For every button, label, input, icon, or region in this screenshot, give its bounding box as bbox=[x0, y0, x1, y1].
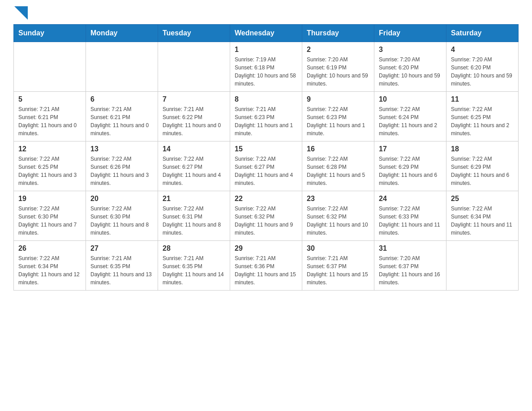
header-wednesday: Wednesday bbox=[230, 25, 302, 42]
day-number: 22 bbox=[235, 195, 297, 203]
day-info: Sunrise: 7:22 AM Sunset: 6:29 PM Dayligh… bbox=[379, 155, 442, 187]
day-info: Sunrise: 7:21 AM Sunset: 6:36 PM Dayligh… bbox=[235, 254, 297, 287]
calendar-cell-w5-d1: 26Sunrise: 7:22 AM Sunset: 6:34 PM Dayli… bbox=[14, 241, 86, 291]
calendar-cell-w4-d1: 19Sunrise: 7:22 AM Sunset: 6:30 PM Dayli… bbox=[14, 191, 86, 241]
day-number: 25 bbox=[451, 195, 514, 203]
calendar-cell-w5-d2: 27Sunrise: 7:21 AM Sunset: 6:35 PM Dayli… bbox=[86, 241, 158, 291]
day-info: Sunrise: 7:22 AM Sunset: 6:30 PM Dayligh… bbox=[18, 205, 81, 237]
day-number: 17 bbox=[379, 145, 442, 153]
day-headers-row: Sunday Monday Tuesday Wednesday Thursday… bbox=[14, 25, 519, 42]
calendar-cell-w5-d7 bbox=[446, 241, 519, 291]
header-thursday: Thursday bbox=[302, 25, 374, 42]
day-number: 10 bbox=[379, 95, 442, 103]
day-number: 2 bbox=[307, 46, 369, 54]
day-info: Sunrise: 7:22 AM Sunset: 6:27 PM Dayligh… bbox=[163, 155, 225, 187]
day-info: Sunrise: 7:21 AM Sunset: 6:35 PM Dayligh… bbox=[90, 254, 153, 287]
day-number: 4 bbox=[451, 46, 514, 54]
calendar-cell-w2-d7: 11Sunrise: 7:22 AM Sunset: 6:25 PM Dayli… bbox=[446, 92, 519, 141]
day-info: Sunrise: 7:21 AM Sunset: 6:23 PM Dayligh… bbox=[235, 105, 297, 137]
day-info: Sunrise: 7:22 AM Sunset: 6:32 PM Dayligh… bbox=[235, 205, 297, 237]
calendar-cell-w2-d1: 5Sunrise: 7:21 AM Sunset: 6:21 PM Daylig… bbox=[14, 92, 86, 141]
logo-icon bbox=[14, 6, 28, 20]
calendar-table: Sunday Monday Tuesday Wednesday Thursday… bbox=[13, 24, 519, 291]
calendar-cell-w3-d2: 13Sunrise: 7:22 AM Sunset: 6:26 PM Dayli… bbox=[86, 141, 158, 191]
calendar-cell-w2-d3: 7Sunrise: 7:21 AM Sunset: 6:22 PM Daylig… bbox=[158, 92, 230, 141]
day-info: Sunrise: 7:20 AM Sunset: 6:37 PM Dayligh… bbox=[379, 254, 442, 287]
calendar-cell-w1-d1 bbox=[14, 42, 86, 92]
week-row-4: 19Sunrise: 7:22 AM Sunset: 6:30 PM Dayli… bbox=[14, 191, 519, 241]
day-info: Sunrise: 7:22 AM Sunset: 6:23 PM Dayligh… bbox=[307, 105, 369, 137]
day-info: Sunrise: 7:22 AM Sunset: 6:30 PM Dayligh… bbox=[90, 205, 153, 237]
day-info: Sunrise: 7:22 AM Sunset: 6:24 PM Dayligh… bbox=[379, 105, 442, 137]
day-number: 26 bbox=[18, 244, 81, 253]
calendar-cell-w3-d1: 12Sunrise: 7:22 AM Sunset: 6:25 PM Dayli… bbox=[14, 141, 86, 191]
day-number: 15 bbox=[235, 145, 297, 153]
day-number: 8 bbox=[235, 95, 297, 103]
calendar-cell-w3-d3: 14Sunrise: 7:22 AM Sunset: 6:27 PM Dayli… bbox=[158, 141, 230, 191]
calendar-cell-w5-d5: 30Sunrise: 7:21 AM Sunset: 6:37 PM Dayli… bbox=[302, 241, 374, 291]
header-saturday: Saturday bbox=[446, 25, 519, 42]
day-number: 27 bbox=[90, 244, 153, 253]
day-info: Sunrise: 7:21 AM Sunset: 6:22 PM Dayligh… bbox=[163, 105, 225, 137]
calendar-cell-w1-d5: 2Sunrise: 7:20 AM Sunset: 6:19 PM Daylig… bbox=[302, 42, 374, 92]
day-number: 7 bbox=[163, 95, 225, 103]
page-header bbox=[13, 9, 519, 17]
day-info: Sunrise: 7:22 AM Sunset: 6:31 PM Dayligh… bbox=[163, 205, 225, 237]
calendar-cell-w3-d5: 16Sunrise: 7:22 AM Sunset: 6:28 PM Dayli… bbox=[302, 141, 374, 191]
calendar-cell-w4-d6: 24Sunrise: 7:22 AM Sunset: 6:33 PM Dayli… bbox=[374, 191, 446, 241]
header-sunday: Sunday bbox=[14, 25, 86, 42]
day-number: 14 bbox=[163, 145, 225, 153]
calendar-cell-w3-d6: 17Sunrise: 7:22 AM Sunset: 6:29 PM Dayli… bbox=[374, 141, 446, 191]
day-number: 23 bbox=[307, 195, 369, 203]
day-number: 16 bbox=[307, 145, 369, 153]
day-info: Sunrise: 7:21 AM Sunset: 6:21 PM Dayligh… bbox=[18, 105, 81, 137]
week-row-5: 26Sunrise: 7:22 AM Sunset: 6:34 PM Dayli… bbox=[14, 241, 519, 291]
day-number: 12 bbox=[18, 145, 81, 153]
day-info: Sunrise: 7:22 AM Sunset: 6:33 PM Dayligh… bbox=[379, 205, 442, 237]
calendar-cell-w4-d5: 23Sunrise: 7:22 AM Sunset: 6:32 PM Dayli… bbox=[302, 191, 374, 241]
logo bbox=[13, 9, 28, 17]
day-number: 31 bbox=[379, 244, 442, 253]
day-number: 20 bbox=[90, 195, 153, 203]
calendar-cell-w2-d5: 9Sunrise: 7:22 AM Sunset: 6:23 PM Daylig… bbox=[302, 92, 374, 141]
day-number: 18 bbox=[451, 145, 514, 153]
calendar-header: Sunday Monday Tuesday Wednesday Thursday… bbox=[14, 25, 519, 42]
calendar-cell-w5-d6: 31Sunrise: 7:20 AM Sunset: 6:37 PM Dayli… bbox=[374, 241, 446, 291]
calendar-cell-w2-d4: 8Sunrise: 7:21 AM Sunset: 6:23 PM Daylig… bbox=[230, 92, 302, 141]
day-info: Sunrise: 7:20 AM Sunset: 6:19 PM Dayligh… bbox=[307, 56, 369, 88]
day-info: Sunrise: 7:22 AM Sunset: 6:28 PM Dayligh… bbox=[307, 155, 369, 187]
calendar-cell-w5-d4: 29Sunrise: 7:21 AM Sunset: 6:36 PM Dayli… bbox=[230, 241, 302, 291]
week-row-3: 12Sunrise: 7:22 AM Sunset: 6:25 PM Dayli… bbox=[14, 141, 519, 191]
day-info: Sunrise: 7:22 AM Sunset: 6:25 PM Dayligh… bbox=[18, 155, 81, 187]
calendar-cell-w1-d7: 4Sunrise: 7:20 AM Sunset: 6:20 PM Daylig… bbox=[446, 42, 519, 92]
header-tuesday: Tuesday bbox=[158, 25, 230, 42]
calendar-body: 1Sunrise: 7:19 AM Sunset: 6:18 PM Daylig… bbox=[14, 42, 519, 291]
calendar-cell-w4-d2: 20Sunrise: 7:22 AM Sunset: 6:30 PM Dayli… bbox=[86, 191, 158, 241]
week-row-1: 1Sunrise: 7:19 AM Sunset: 6:18 PM Daylig… bbox=[14, 42, 519, 92]
day-number: 24 bbox=[379, 195, 442, 203]
day-number: 13 bbox=[90, 145, 153, 153]
calendar-cell-w1-d6: 3Sunrise: 7:20 AM Sunset: 6:20 PM Daylig… bbox=[374, 42, 446, 92]
day-info: Sunrise: 7:21 AM Sunset: 6:21 PM Dayligh… bbox=[90, 105, 153, 137]
day-number: 29 bbox=[235, 244, 297, 253]
header-friday: Friday bbox=[374, 25, 446, 42]
day-info: Sunrise: 7:19 AM Sunset: 6:18 PM Dayligh… bbox=[235, 56, 297, 88]
calendar-cell-w5-d3: 28Sunrise: 7:21 AM Sunset: 6:35 PM Dayli… bbox=[158, 241, 230, 291]
day-info: Sunrise: 7:22 AM Sunset: 6:34 PM Dayligh… bbox=[451, 205, 514, 237]
day-number: 1 bbox=[235, 46, 297, 54]
day-info: Sunrise: 7:22 AM Sunset: 6:27 PM Dayligh… bbox=[235, 155, 297, 187]
day-number: 19 bbox=[18, 195, 81, 203]
day-info: Sunrise: 7:22 AM Sunset: 6:34 PM Dayligh… bbox=[18, 254, 81, 287]
day-info: Sunrise: 7:20 AM Sunset: 6:20 PM Dayligh… bbox=[379, 56, 442, 88]
calendar-cell-w4-d3: 21Sunrise: 7:22 AM Sunset: 6:31 PM Dayli… bbox=[158, 191, 230, 241]
day-number: 6 bbox=[90, 95, 153, 103]
day-info: Sunrise: 7:22 AM Sunset: 6:29 PM Dayligh… bbox=[451, 155, 514, 187]
day-info: Sunrise: 7:20 AM Sunset: 6:20 PM Dayligh… bbox=[451, 56, 514, 88]
day-number: 30 bbox=[307, 244, 369, 253]
calendar-cell-w1-d3 bbox=[158, 42, 230, 92]
day-info: Sunrise: 7:21 AM Sunset: 6:37 PM Dayligh… bbox=[307, 254, 369, 287]
day-info: Sunrise: 7:21 AM Sunset: 6:35 PM Dayligh… bbox=[163, 254, 225, 287]
header-monday: Monday bbox=[86, 25, 158, 42]
calendar-cell-w1-d2 bbox=[86, 42, 158, 92]
calendar-cell-w3-d4: 15Sunrise: 7:22 AM Sunset: 6:27 PM Dayli… bbox=[230, 141, 302, 191]
